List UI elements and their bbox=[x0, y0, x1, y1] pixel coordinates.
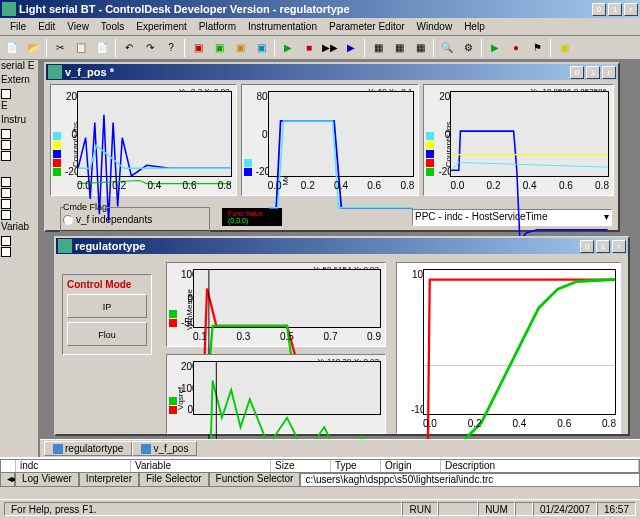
tool-open-icon[interactable]: 📂 bbox=[23, 38, 43, 58]
cmdeflag-group: Cmde Flag v_f independants bbox=[60, 202, 210, 232]
tool-c-icon[interactable]: ▣ bbox=[230, 38, 250, 58]
close-button[interactable]: r bbox=[624, 3, 638, 16]
lp-box[interactable] bbox=[1, 89, 11, 99]
plot-mecanique[interactable]: Mecanique WmMesure Y: 60 X: -0.1 800-20 … bbox=[241, 84, 420, 196]
app-icon bbox=[2, 2, 16, 16]
mdi-vfpos: v_f_pos * 0 1 r Courants lbs Y: -0.3 X: … bbox=[44, 62, 620, 232]
lp-item[interactable]: Variab bbox=[0, 221, 38, 235]
plot-wmmesure[interactable]: WmMesure Y: 59.6154 X: 0.02 1000-50 0.10… bbox=[166, 262, 386, 347]
tool-record-icon[interactable]: ● bbox=[506, 38, 526, 58]
col-description[interactable]: Description bbox=[441, 460, 639, 472]
col-type[interactable]: Type bbox=[331, 460, 381, 472]
lp-item[interactable]: Extern bbox=[0, 74, 38, 88]
mdi-max-button[interactable]: 1 bbox=[586, 66, 600, 79]
mdi-min-button[interactable]: 0 bbox=[570, 66, 584, 79]
menu-help[interactable]: Help bbox=[458, 21, 491, 32]
menu-file[interactable]: File bbox=[4, 21, 32, 32]
workarea: v_f_pos * 0 1 r Courants lbs Y: -0.3 X: … bbox=[40, 60, 640, 457]
bottom-panel: indc Variable Size Type Origin Descripti… bbox=[0, 457, 640, 499]
tool-run-icon[interactable]: ▶ bbox=[485, 38, 505, 58]
lp-box[interactable] bbox=[1, 188, 11, 198]
btn-flou[interactable]: Flou bbox=[67, 322, 147, 346]
lp-item[interactable]: Instru bbox=[0, 114, 38, 128]
mdi1-title: v_f_pos * bbox=[65, 66, 568, 78]
tool-last-icon[interactable]: ▣ bbox=[554, 38, 574, 58]
tab-functionselector[interactable]: Function Selector bbox=[209, 473, 301, 487]
minimize-button[interactable]: 0 bbox=[592, 3, 606, 16]
tool-fwd-icon[interactable]: ▶▶ bbox=[320, 38, 340, 58]
app-titlebar: Light serial BT - ControlDesk Developer … bbox=[0, 0, 640, 18]
tool-grid3-icon[interactable]: ▦ bbox=[410, 38, 430, 58]
tool-copy-icon[interactable]: 📋 bbox=[71, 38, 91, 58]
plot-vqsref[interactable]: Vqsref Y: 110.39 X: 0.02 2001000 bbox=[166, 354, 386, 434]
app-title: Light serial BT - ControlDesk Developer … bbox=[19, 3, 590, 15]
col-origin[interactable]: Origin bbox=[381, 460, 441, 472]
plot-sigmoid[interactable]: 10-10 0.00.20.40.60.8 bbox=[396, 262, 621, 434]
tab-logviewer[interactable]: Log Viewer bbox=[15, 473, 79, 487]
lp-item[interactable]: serial E bbox=[0, 60, 38, 74]
col-variable[interactable]: Variable bbox=[131, 460, 271, 472]
col[interactable]: indc bbox=[16, 460, 131, 472]
menu-tools[interactable]: Tools bbox=[95, 21, 130, 32]
lp-box[interactable] bbox=[1, 210, 11, 220]
left-panel: serial E Extern E Instru Variab bbox=[0, 60, 40, 457]
tool-rec-icon[interactable]: ▶ bbox=[341, 38, 361, 58]
lp-box[interactable] bbox=[1, 199, 11, 209]
tool-play-icon[interactable]: ▶ bbox=[278, 38, 298, 58]
tool-a-icon[interactable]: ▣ bbox=[188, 38, 208, 58]
status-time: 16:57 bbox=[597, 502, 636, 516]
lp-box[interactable] bbox=[1, 140, 11, 150]
tool-search-icon[interactable]: 🔍 bbox=[437, 38, 457, 58]
menu-platform[interactable]: Platform bbox=[193, 21, 242, 32]
tool-help-icon[interactable]: ? bbox=[161, 38, 181, 58]
tool-redo-icon[interactable]: ↷ bbox=[140, 38, 160, 58]
btn-ip[interactable]: IP bbox=[67, 294, 147, 318]
lp-box[interactable] bbox=[1, 177, 11, 187]
plot-courants-iqs[interactable]: Courants Iqs Y: -18.8596 0.853586 200-20… bbox=[423, 84, 614, 196]
bottom-table-header: indc Variable Size Type Origin Descripti… bbox=[0, 459, 640, 473]
plot-legend bbox=[426, 131, 434, 177]
mdi2-title: regulatortype bbox=[75, 240, 578, 252]
menu-window[interactable]: Window bbox=[411, 21, 459, 32]
mdi-max-button[interactable]: 1 bbox=[596, 240, 610, 253]
lp-box[interactable] bbox=[1, 236, 11, 246]
radio-vf-independants[interactable]: v_f independants bbox=[63, 214, 207, 225]
lp-box[interactable] bbox=[1, 247, 11, 257]
tool-new-icon[interactable]: 📄 bbox=[2, 38, 22, 58]
menu-instrumentation[interactable]: Instrumentation bbox=[242, 21, 323, 32]
mdi-close-button[interactable]: r bbox=[612, 240, 626, 253]
tool-flag-icon[interactable]: ⚑ bbox=[527, 38, 547, 58]
toolbar: 📄 📂 ✂ 📋 📄 ↶ ↷ ? ▣ ▣ ▣ ▣ ▶ ■ ▶▶ ▶ ▦ ▦ ▦ 🔍… bbox=[0, 36, 640, 60]
bottom-path: c:\users\kagh\dsppc\s50\lightserial\indc… bbox=[300, 473, 640, 487]
tool-undo-icon[interactable]: ↶ bbox=[119, 38, 139, 58]
lp-box[interactable] bbox=[1, 129, 11, 139]
tool-gear-icon[interactable]: ⚙ bbox=[458, 38, 478, 58]
menu-view[interactable]: View bbox=[61, 21, 95, 32]
tool-cut-icon[interactable]: ✂ bbox=[50, 38, 70, 58]
tool-b-icon[interactable]: ▣ bbox=[209, 38, 229, 58]
plot-legend bbox=[244, 158, 252, 177]
mdi-min-button[interactable]: 0 bbox=[580, 240, 594, 253]
tool-paste-icon[interactable]: 📄 bbox=[92, 38, 112, 58]
tab-interpreter[interactable]: Interpreter bbox=[79, 473, 139, 487]
tool-grid1-icon[interactable]: ▦ bbox=[368, 38, 388, 58]
mdi-tabstrip: regulatortype v_f_pos bbox=[40, 439, 640, 457]
lp-item[interactable] bbox=[0, 162, 38, 176]
tab-fileselector[interactable]: File Selector bbox=[139, 473, 209, 487]
tab-vfpos[interactable]: v_f_pos bbox=[132, 441, 197, 456]
tool-d-icon[interactable]: ▣ bbox=[251, 38, 271, 58]
lp-box[interactable] bbox=[1, 151, 11, 161]
tool-grid2-icon[interactable]: ▦ bbox=[389, 38, 409, 58]
col-size[interactable]: Size bbox=[271, 460, 331, 472]
tab-icon bbox=[141, 444, 151, 454]
menu-parameter-editor[interactable]: Parameter Editor bbox=[323, 21, 411, 32]
status-help: For Help, press F1. bbox=[4, 502, 402, 516]
maximize-button[interactable]: 1 bbox=[608, 3, 622, 16]
menu-experiment[interactable]: Experiment bbox=[130, 21, 193, 32]
tool-stop-icon[interactable]: ■ bbox=[299, 38, 319, 58]
tab-regulatortype[interactable]: regulatortype bbox=[44, 441, 132, 456]
mdi-icon bbox=[48, 65, 62, 79]
mdi-close-button[interactable]: r bbox=[602, 66, 616, 79]
menu-edit[interactable]: Edit bbox=[32, 21, 61, 32]
plot-courants-lbs[interactable]: Courants lbs Y: -0.3 X: 0.02 200-20 0.00 bbox=[50, 84, 237, 196]
